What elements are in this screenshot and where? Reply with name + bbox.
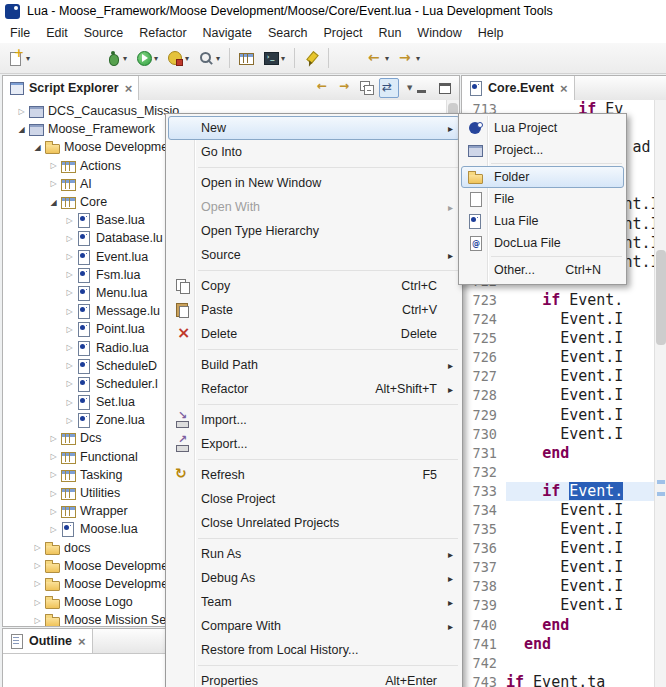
forward-icon[interactable]	[335, 78, 355, 98]
back-icon[interactable]	[313, 78, 333, 98]
code-line-738[interactable]: 738 Event.I	[462, 577, 655, 596]
collapse-all-icon[interactable]	[357, 78, 377, 98]
tree-collapsed-arrow-icon[interactable]: ▷	[63, 252, 76, 261]
tab-outline[interactable]: Outline ×	[3, 629, 93, 653]
code-line-735[interactable]: 735 Event.I	[462, 520, 655, 539]
menu-item-debug-as[interactable]: Debug As▸	[168, 566, 460, 590]
tab-script-explorer[interactable]: Script Explorer ×	[3, 76, 139, 100]
console-button[interactable]: ▾	[259, 45, 289, 71]
code-line-728[interactable]: 728 Event.I	[462, 386, 655, 405]
code-line-725[interactable]: 725 Event.I	[462, 329, 655, 348]
menu-item-folder[interactable]: Folder	[461, 166, 624, 188]
menu-item-lua-file[interactable]: Lua File	[461, 210, 624, 232]
menu-item-project[interactable]: Project...	[461, 139, 624, 161]
new-button[interactable]: ▾	[4, 45, 34, 71]
search-button[interactable]: ▾	[194, 45, 224, 71]
minimize-icon[interactable]	[413, 79, 433, 99]
link-editor-icon[interactable]	[379, 78, 399, 98]
menu-refactor[interactable]: Refactor	[131, 24, 194, 42]
menu-item-copy[interactable]: CopyCtrl+C	[168, 274, 460, 298]
tree-collapsed-arrow-icon[interactable]: ▷	[31, 561, 44, 570]
back-button[interactable]: ▾	[363, 45, 393, 71]
code-line-727[interactable]: 727 Event.I	[462, 367, 655, 386]
menu-item-open-in-new-window[interactable]: Open in New Window	[168, 171, 460, 195]
scrollbar-thumb[interactable]	[656, 250, 666, 345]
tree-collapsed-arrow-icon[interactable]: ▷	[63, 234, 76, 243]
menu-window[interactable]: Window	[409, 24, 469, 42]
menu-item-compare-with[interactable]: Compare With▸	[168, 614, 460, 638]
tree-collapsed-arrow-icon[interactable]: ▷	[63, 270, 76, 279]
code-line-731[interactable]: 731 end	[462, 444, 655, 463]
tree-collapsed-arrow-icon[interactable]: ▷	[31, 616, 44, 625]
tree-expanded-arrow-icon[interactable]: ◢	[15, 125, 28, 134]
menu-item-refactor[interactable]: RefactorAlt+Shift+T▸	[168, 377, 460, 401]
tree-collapsed-arrow-icon[interactable]: ▷	[63, 379, 76, 388]
code-line-730[interactable]: 730 Event.I	[462, 425, 655, 444]
code-line-732[interactable]: 732	[462, 463, 655, 482]
menu-item-team[interactable]: Team▸	[168, 590, 460, 614]
menu-item-go-into[interactable]: Go Into	[168, 140, 460, 164]
tree-collapsed-arrow-icon[interactable]: ▷	[31, 543, 44, 552]
code-line-743[interactable]: 743if Event.ta	[462, 673, 655, 687]
tree-collapsed-arrow-icon[interactable]: ▷	[47, 434, 60, 443]
menu-item-lua-project[interactable]: Lua Project	[461, 117, 624, 139]
menu-item-refresh[interactable]: RefreshF5	[168, 463, 460, 487]
tree-collapsed-arrow-icon[interactable]: ▷	[31, 598, 44, 607]
menu-navigate[interactable]: Navigate	[195, 24, 260, 42]
tab-core-event[interactable]: Core.Event ×	[462, 76, 575, 100]
menu-item-paste[interactable]: PasteCtrl+V	[168, 298, 460, 322]
menu-item-run-as[interactable]: Run As▸	[168, 542, 460, 566]
tree-collapsed-arrow-icon[interactable]: ▷	[63, 416, 76, 425]
code-line-736[interactable]: 736 Event.I	[462, 539, 655, 558]
tree-collapsed-arrow-icon[interactable]: ▷	[63, 288, 76, 297]
menu-item-restore-from-local-history[interactable]: Restore from Local History...	[168, 638, 460, 662]
tree-collapsed-arrow-icon[interactable]: ▷	[15, 107, 28, 116]
pin-button[interactable]	[299, 45, 323, 71]
close-icon[interactable]: ×	[78, 634, 86, 649]
code-line-729[interactable]: 729 Event.I	[462, 406, 655, 425]
tree-collapsed-arrow-icon[interactable]: ▷	[47, 525, 60, 534]
menu-item-open-with[interactable]: Open With▸	[168, 195, 460, 219]
tree-collapsed-arrow-icon[interactable]: ▷	[63, 398, 76, 407]
code-line-723[interactable]: 723 if Event.	[462, 291, 655, 310]
menu-item-close-project[interactable]: Close Project	[168, 487, 460, 511]
menu-item-build-path[interactable]: Build Path▸	[168, 353, 460, 377]
tree-collapsed-arrow-icon[interactable]: ▷	[47, 161, 60, 170]
tree-expanded-arrow-icon[interactable]: ◢	[31, 143, 44, 152]
code-line-740[interactable]: 740 end	[462, 616, 655, 635]
menu-item-properties[interactable]: PropertiesAlt+Enter	[168, 669, 460, 687]
tree-collapsed-arrow-icon[interactable]: ▷	[31, 579, 44, 588]
menu-edit[interactable]: Edit	[38, 24, 76, 42]
menu-search[interactable]: Search	[260, 24, 316, 42]
code-line-737[interactable]: 737 Event.I	[462, 558, 655, 577]
close-icon[interactable]: ×	[125, 81, 133, 96]
menu-item-new[interactable]: New▸	[168, 116, 460, 140]
menu-item-other[interactable]: Other...Ctrl+N	[461, 259, 624, 281]
code-line-739[interactable]: 739 Event.I	[462, 596, 655, 615]
tree-collapsed-arrow-icon[interactable]: ▷	[47, 179, 60, 188]
code-line-733[interactable]: 733 if Event.	[462, 482, 655, 501]
maximize-icon[interactable]	[435, 79, 455, 99]
tree-collapsed-arrow-icon[interactable]: ▷	[47, 489, 60, 498]
editor-scrollbar[interactable]	[654, 100, 666, 687]
menu-file[interactable]: File	[2, 24, 38, 42]
menu-item-doclua-file[interactable]: DocLua File	[461, 232, 624, 254]
code-line-724[interactable]: 724 Event.I	[462, 310, 655, 329]
code-line-742[interactable]: 742	[462, 654, 655, 673]
code-line-741[interactable]: 741 end	[462, 635, 655, 654]
tree-collapsed-arrow-icon[interactable]: ▷	[63, 307, 76, 316]
menu-project[interactable]: Project	[316, 24, 371, 42]
menu-item-open-type-hierarchy[interactable]: Open Type Hierarchy	[168, 219, 460, 243]
close-icon[interactable]: ×	[560, 81, 568, 96]
menu-item-import[interactable]: Import...	[168, 408, 460, 432]
menu-item-close-unrelated-projects[interactable]: Close Unrelated Projects	[168, 511, 460, 535]
run-button[interactable]: ▾	[132, 45, 162, 71]
coverage-button[interactable]: ▾	[163, 45, 193, 71]
menu-source[interactable]: Source	[76, 24, 132, 42]
tree-collapsed-arrow-icon[interactable]: ▷	[47, 507, 60, 516]
tree-collapsed-arrow-icon[interactable]: ▷	[63, 325, 76, 334]
menu-item-export[interactable]: Export...	[168, 432, 460, 456]
tree-collapsed-arrow-icon[interactable]: ▷	[63, 361, 76, 370]
tree-collapsed-arrow-icon[interactable]: ▷	[47, 470, 60, 479]
menu-item-file[interactable]: File	[461, 188, 624, 210]
